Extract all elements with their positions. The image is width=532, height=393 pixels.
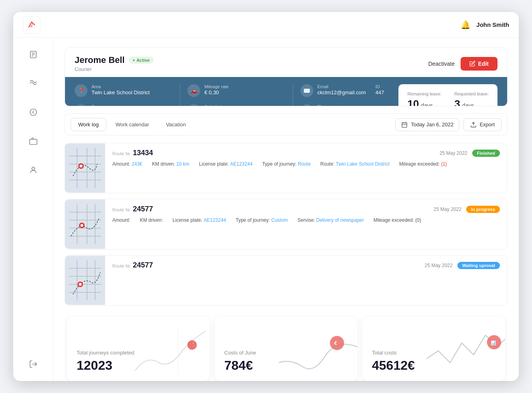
area-value: Twin Lake School District [91, 89, 150, 95]
main-layout: € Jerome Bell Active [13, 38, 519, 381]
route-map-3 [65, 255, 105, 305]
detail-route-1: Route: Twin Lake School District [320, 161, 390, 167]
svg-point-44 [79, 283, 82, 286]
area-icon: 📍 [75, 84, 87, 97]
profile-role: Courier [75, 66, 154, 72]
profile-name: Jerome Bell Active [75, 55, 154, 65]
tab-actions: Today Jan 6, 2022 Export [395, 118, 502, 131]
edit-button[interactable]: Edit [461, 57, 497, 71]
app-window: 🔔 John Smith € [13, 12, 519, 381]
route-date-2: 25 May 2022 [434, 207, 461, 212]
info-divider-2 [293, 84, 293, 106]
detail-km-1: KM driven: 10 km [152, 161, 189, 167]
info-mileage: 🚗 Mileage rate € 0,30 [187, 84, 285, 97]
svg-rect-35 [65, 256, 105, 304]
email-icon: ✉️ [301, 84, 313, 97]
tab-workcalendar[interactable]: Work calendar [108, 118, 157, 131]
info-bar: 📍 Area Twin Lake School District 👤 Super… [65, 77, 507, 106]
svg-rect-25 [65, 200, 105, 248]
info-col-1: 📍 Area Twin Lake School District 👤 Super… [75, 84, 173, 106]
supervisor-icon: 👤 [75, 104, 87, 106]
svg-point-24 [80, 165, 83, 168]
status-badge-3: Waiting uproval [457, 262, 500, 269]
id-value: 447 [376, 89, 384, 95]
sidebar-item-people[interactable] [24, 161, 42, 179]
email-value: ckctm12@gmail.com [317, 89, 366, 95]
info-email: ✉️ Email ckctm12@gmail.com ID [301, 84, 398, 97]
route-card: Route № 24577 25 May 2022 In progress Am… [65, 199, 508, 249]
mileage-icon: 🚗 [187, 84, 200, 97]
requested-leave-block: Requested leave: 3 days [454, 91, 489, 107]
sidebar-item-routes[interactable] [24, 75, 42, 92]
tab-vacation[interactable]: Vacation [158, 118, 194, 131]
tab-worklog[interactable]: Work log [71, 118, 106, 131]
date-filter-label: Today Jan 6, 2022 [411, 122, 453, 128]
area-label: Area [91, 84, 150, 89]
status-badge-2: In progress [466, 206, 500, 213]
tabs: Work log Work calendar Vacation [71, 118, 193, 131]
mileage-value: € 0,30 [204, 89, 229, 95]
requested-leave-label: Requested leave: [454, 91, 489, 96]
phone-label: Phone [317, 104, 361, 106]
route-date-1: 25 May 2022 [439, 150, 467, 156]
status-badge: Active [129, 57, 154, 64]
sidebar-item-logout[interactable] [24, 355, 42, 373]
supervisor-label: Supervisor [91, 104, 130, 106]
remaining-leave-block: Remaining leave: 10 days [407, 91, 441, 107]
deactivate-button[interactable]: Deactivate [428, 61, 455, 67]
route-body-1: Route № 13434 25 May 2022 Finished Amoun… [105, 143, 507, 193]
tabs-row: Work log Work calendar Vacation Today Ja… [65, 113, 508, 136]
top-right: 🔔 John Smith [461, 20, 509, 30]
stats-bar: Total journeys completed 12023 📍 Costs o… [65, 317, 508, 381]
route-number-1: Route № 13434 [112, 149, 153, 157]
svg-text:€: € [32, 110, 35, 115]
info-phone: 📞 Phone (+33)7 65 55 72 67 [301, 104, 398, 106]
info-sections: 📍 Area Twin Lake School District 👤 Super… [75, 84, 398, 106]
info-supervisor: 👤 Supervisor Ronald Richards [75, 104, 173, 106]
sidebar: € [13, 38, 53, 381]
info-divider-1 [180, 84, 180, 106]
route-card: Route № 24577 25 May 2022 Waiting uprova… [65, 255, 508, 306]
notification-bell-icon[interactable]: 🔔 [461, 20, 471, 30]
profile-header: Jerome Bell Active Courier Deactivate Ed… [65, 47, 508, 106]
route-meta-right-1: 25 May 2022 Finished [439, 150, 500, 157]
svg-rect-10 [402, 122, 407, 127]
top-bar: 🔔 John Smith [13, 12, 519, 38]
substitute-icon: 👥 [187, 104, 200, 106]
stat-card-total-costs: Total costs 45612€ 📊 [362, 317, 505, 381]
svg-point-0 [30, 25, 32, 27]
detail-journey-1: Type of journey: Route [262, 161, 311, 167]
user-name-label: John Smith [476, 21, 509, 28]
route-top-row-2: Route № 24577 25 May 2022 In progress [112, 205, 500, 213]
phone-icon: 📞 [301, 104, 313, 106]
svg-text:📍: 📍 [191, 342, 197, 348]
email-label: Email [317, 84, 366, 89]
remaining-leave-value: 10 days [407, 98, 441, 107]
sidebar-item-finance[interactable]: € [24, 103, 42, 121]
info-col-2: 🚗 Mileage rate € 0,30 👥 Substitute [187, 84, 285, 106]
sidebar-item-documents[interactable] [24, 46, 42, 63]
date-filter[interactable]: Today Jan 6, 2022 [395, 118, 459, 131]
route-meta-right-2: 25 May 2022 In progress [434, 206, 500, 213]
route-card: Route № 13434 25 May 2022 Finished Amoun… [65, 143, 508, 193]
status-badge-1: Finished [472, 150, 500, 157]
profile-name-block: Jerome Bell Active Courier [75, 55, 154, 72]
detail-plate-1: License plate: AE123244 [199, 161, 252, 167]
detail-amount-1: Amount: 243€ [112, 161, 142, 167]
leave-card: Remaining leave: 10 days Requested leave… [398, 84, 497, 106]
stat-chart-journeys: 📍 [131, 317, 210, 381]
remaining-leave-label: Remaining leave: [407, 91, 441, 96]
svg-text:📊: 📊 [491, 340, 496, 346]
id-label: ID [376, 84, 384, 89]
stat-card-journeys: Total journeys completed 12023 📍 [67, 317, 210, 381]
stat-chart-total-costs: 📊 [426, 317, 505, 381]
profile-top: Jerome Bell Active Courier Deactivate Ed… [65, 48, 507, 77]
export-button[interactable]: Export [463, 118, 502, 131]
routes-list: Route № 13434 25 May 2022 Finished Amoun… [65, 143, 508, 306]
sidebar-item-work[interactable] [24, 132, 42, 150]
route-top-row-1: Route № 13434 25 May 2022 Finished [112, 149, 500, 157]
detail-km-2: KM driven: [140, 217, 163, 223]
svg-point-8 [32, 167, 35, 170]
route-meta-right-3: 25 May 2022 Waiting uproval [425, 262, 500, 269]
main-content: Jerome Bell Active Courier Deactivate Ed… [53, 38, 519, 381]
